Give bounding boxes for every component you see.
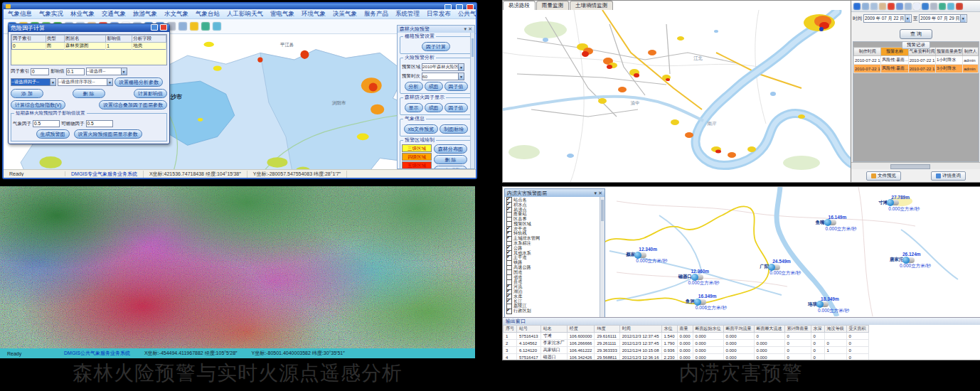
menu-item[interactable]: 系统管理: [395, 10, 420, 18]
back-icon[interactable]: [201, 22, 210, 31]
region-dropdown[interactable]: 2010年森林火险区划▼: [422, 63, 464, 71]
vertical-scrollbar[interactable]: [600, 197, 604, 317]
menu-item[interactable]: 雷电气象: [270, 10, 294, 18]
chevron-down-icon[interactable]: ▼: [50, 79, 55, 85]
query-button[interactable]: 查 询: [900, 29, 932, 39]
column-header[interactable]: 序号: [504, 326, 517, 333]
vertical-scrollbar[interactable]: [470, 33, 474, 168]
satellite-imagery[interactable]: [0, 186, 475, 348]
factor-grid-header[interactable]: 类型: [46, 36, 64, 43]
close-icon[interactable]: [956, 3, 963, 10]
output-row[interactable]: 157516413寸滩106.60000029.6161112012/12/3 …: [504, 333, 869, 340]
chevron-down-icon[interactable]: ▼: [905, 15, 910, 22]
panel-button[interactable]: 显示: [405, 103, 423, 112]
panel-button[interactable]: 森林分布图: [434, 144, 467, 154]
horizontal-scrollbar[interactable]: [851, 162, 980, 169]
chevron-down-icon[interactable]: ▼: [107, 79, 112, 85]
menu-item[interactable]: 旅游气象: [133, 10, 157, 18]
dialog-minimize-button[interactable]: [151, 24, 158, 31]
factor-calc-button[interactable]: 因子计算: [422, 42, 450, 51]
search-icon[interactable]: [905, 3, 912, 10]
output-row[interactable]: 24.104562李家沱水厂106.26666629.2611112012/12…: [504, 340, 869, 347]
chevron-down-icon[interactable]: ▼: [458, 73, 464, 80]
fire-app-titlebar[interactable]: [4, 4, 476, 9]
chevron-down-icon[interactable]: ▼: [458, 64, 464, 70]
export-icon[interactable]: [179, 22, 187, 31]
menu-item[interactable]: 气象实况: [39, 10, 63, 18]
delete-icon[interactable]: [888, 3, 895, 10]
column-header[interactable]: 累计降雨量: [784, 326, 811, 333]
page2-icon[interactable]: [913, 3, 920, 10]
factor-grid-header[interactable]: 图层名: [64, 36, 105, 43]
pin-icon[interactable]: ▾: [464, 26, 467, 31]
chevron-down-icon[interactable]: ▼: [121, 68, 127, 75]
menu-item[interactable]: 人工影响天气: [227, 10, 263, 18]
column-header[interactable]: 纬度: [595, 326, 619, 333]
weather-factor-input[interactable]: 0.5: [33, 120, 60, 127]
display-params-button[interactable]: 设置火险预报图层显示参数: [74, 129, 142, 139]
column-header[interactable]: 水位: [661, 326, 677, 333]
layer-checkbox[interactable]: [506, 309, 512, 314]
factor-dialog-titlebar[interactable]: 危险因子计算: [9, 24, 169, 32]
impact-input[interactable]: 0.1: [66, 68, 85, 75]
layer-item[interactable]: 行政区划: [506, 309, 604, 314]
time-dropdown[interactable]: 60▼: [422, 73, 464, 80]
menu-item[interactable]: 公共气象服务网: [458, 10, 477, 18]
menu-item[interactable]: 日常发布: [427, 10, 451, 18]
output-row[interactable]: 36.124120高家镇口106.46122229.3633332012/12/…: [504, 347, 869, 354]
zoom-out-icon[interactable]: [870, 3, 878, 10]
column-header[interactable]: 淹没等级: [824, 326, 846, 333]
chevron-down-icon[interactable]: ▾: [595, 191, 597, 196]
add-button[interactable]: 添 加: [11, 89, 43, 98]
column-header[interactable]: 时间: [619, 326, 661, 333]
panel-button[interactable]: 成图: [425, 103, 443, 112]
window-icon[interactable]: [896, 3, 903, 10]
image-icon[interactable]: [213, 22, 221, 31]
panel-button[interactable]: xls文件预览: [404, 124, 439, 134]
hand-icon[interactable]: [879, 3, 886, 10]
calc-index-button[interactable]: 计算综合危险指数(V): [11, 100, 65, 109]
column-header[interactable]: 断面平均流量: [723, 326, 754, 333]
panel-button[interactable]: 删 除: [434, 155, 467, 164]
column-header[interactable]: 制作人: [963, 48, 979, 56]
pin-icon[interactable]: [190, 22, 198, 31]
date-to-picker[interactable]: 2009 年 07 月 29 日▼: [919, 14, 967, 23]
calc-impact-button[interactable]: 计算影响值: [134, 89, 167, 98]
factor-grid-row[interactable]: 0面森林资源图1地类: [12, 43, 166, 50]
factor-index-input[interactable]: 0: [31, 68, 49, 75]
grid-params-button[interactable]: 设置栅格分析参数: [114, 77, 163, 87]
factor-grid[interactable]: 因子索引类型图层名影响值分析字段 0面森林资源图1地类: [11, 34, 167, 65]
column-header[interactable]: 断面起始水位: [693, 326, 723, 333]
system-name[interactable]: DMGIS公共气象服务业务系统: [57, 350, 137, 357]
column-header[interactable]: 雨量: [677, 326, 693, 333]
menu-item[interactable]: 气象信息: [8, 10, 32, 18]
column-header[interactable]: 经度: [567, 326, 595, 333]
date-from-picker[interactable]: 2009 年 07 月 22 日▼: [863, 14, 912, 23]
factor-grid-header[interactable]: 分析字段: [132, 36, 166, 43]
globe-icon[interactable]: [853, 3, 861, 10]
factor-grid-header[interactable]: 因子索引: [12, 36, 46, 43]
column-header[interactable]: 预警雨量类型: [935, 48, 962, 56]
sort-field-dropdown[interactable]: --请选择排序字段--▼: [58, 78, 113, 86]
output-table[interactable]: 序号站号站名经度纬度时间水位雨量断面起始水位断面平均流量断面最大流速累计降雨量水…: [503, 325, 869, 360]
panel-button[interactable]: 成图: [425, 82, 443, 91]
tab[interactable]: 雨量监测: [536, 1, 569, 10]
menu-item[interactable]: 决策气象: [333, 10, 357, 18]
panel-button[interactable]: 因子值: [444, 103, 468, 112]
detail-query-button[interactable]: 详情查询: [931, 171, 966, 181]
column-header[interactable]: 水深: [811, 326, 824, 333]
system-name[interactable]: DMGIS专业气象服务业务系统: [65, 171, 144, 178]
factor-dialog[interactable]: 危险因子计算 因子索引类型图层名影响值分析字段 0面森林资源图1地类: [8, 23, 170, 144]
print-icon[interactable]: [930, 3, 937, 10]
screen-icon[interactable]: [922, 3, 929, 10]
flood-map[interactable]: [503, 10, 851, 182]
column-header[interactable]: 制作时间: [854, 48, 881, 56]
column-header[interactable]: 受灾面积: [846, 326, 868, 333]
delete-button[interactable]: 删 除: [73, 89, 105, 98]
menu-item[interactable]: 气象台站: [196, 10, 220, 18]
warning-record-row[interactable]: 2010-07-22 1...风险性:暴雨...2010-07-22 1...3…: [854, 65, 979, 73]
panel-button[interactable]: 分析: [405, 82, 423, 91]
dialog-close-button[interactable]: [160, 24, 167, 31]
warning-records-table[interactable]: 制作时间预警名称气象资料时间预警雨量类型制作人 2010-07-22 1...风…: [853, 47, 979, 73]
panel-button[interactable]: 因子值: [444, 82, 468, 91]
